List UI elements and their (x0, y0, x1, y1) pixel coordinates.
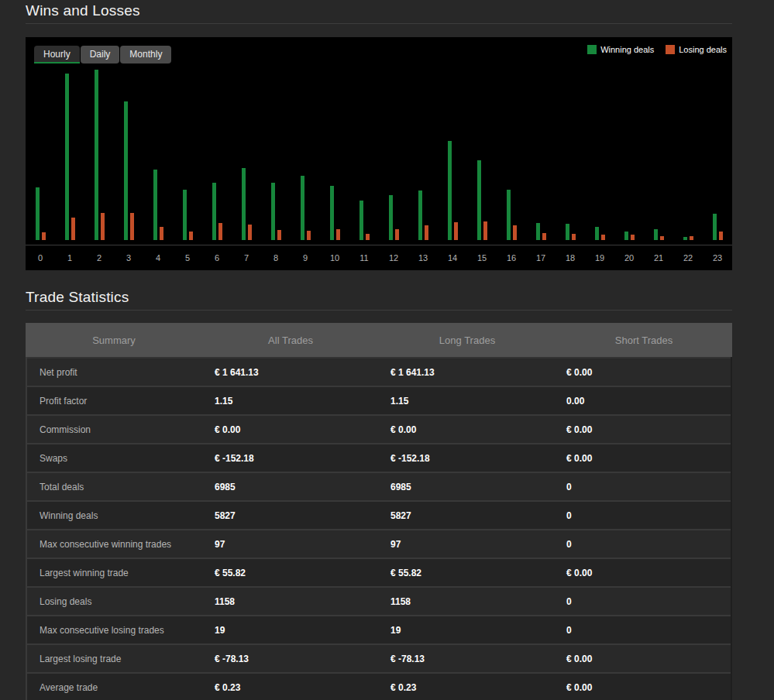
winning-bar (359, 201, 363, 240)
losing-bar (248, 225, 252, 240)
long-trades-value: € 1 641.13 (379, 367, 555, 378)
row-label: Largest losing trade (27, 654, 203, 664)
x-axis-label: 9 (291, 253, 320, 262)
table-row: Net profit€ 1 641.13€ 1 641.13€ 0.00 (27, 357, 731, 386)
table-row: Losing deals115811580 (27, 586, 731, 615)
x-axis-label: 1 (55, 253, 84, 262)
x-axis-label: 5 (173, 253, 202, 262)
losing-bar (277, 230, 281, 240)
losing-bar (454, 222, 458, 240)
long-trades-value: 6985 (379, 482, 555, 492)
losing-bar (572, 234, 576, 240)
x-axis-label: 11 (349, 253, 379, 262)
x-axis-line (26, 245, 732, 245)
table-row: Largest winning trade€ 55.82€ 55.82€ 0.0… (27, 558, 731, 586)
x-axis-label: 16 (497, 253, 526, 262)
all-trades-value: 1.15 (203, 396, 379, 407)
table-row: Total deals698569850 (27, 472, 731, 500)
tab-daily[interactable]: Daily (81, 46, 120, 63)
winning-bar (36, 187, 40, 240)
winning-bar (713, 214, 717, 240)
x-axis-label: 10 (320, 253, 349, 262)
table-header-cell: All Trades (202, 335, 379, 346)
losing-bar (719, 232, 723, 240)
losing-bar (130, 213, 134, 240)
table-header-cell: Short Trades (556, 335, 732, 346)
winning-bar (683, 237, 687, 240)
section-divider (26, 23, 732, 24)
winning-bar (477, 160, 481, 240)
wins-losses-title: Wins and Losses (26, 0, 732, 20)
winning-bar (330, 186, 334, 240)
table-body: Net profit€ 1 641.13€ 1 641.13€ 0.00Prof… (26, 357, 732, 700)
tab-monthly[interactable]: Monthly (120, 46, 171, 63)
losing-bar (542, 233, 546, 240)
x-axis-label: 8 (261, 253, 291, 262)
short-trades-value: € 0.00 (555, 453, 731, 464)
x-axis-label: 12 (379, 253, 408, 262)
x-axis-label: 0 (26, 253, 55, 262)
short-trades-value: € 0.00 (555, 654, 731, 664)
x-axis-label: 7 (232, 253, 261, 262)
long-trades-value: € 0.23 (379, 682, 555, 693)
tab-hourly[interactable]: Hourly (34, 46, 80, 63)
all-trades-value: € 0.23 (203, 682, 379, 693)
report-content: Wins and Losses 012345678910111213141516… (26, 0, 732, 700)
all-trades-value: 19 (203, 625, 379, 636)
legend-item[interactable]: Losing deals (666, 45, 727, 54)
long-trades-value: € -152.18 (379, 453, 555, 464)
winning-bar (183, 190, 187, 240)
table-header-cell: Long Trades (379, 335, 556, 346)
all-trades-value: 97 (203, 539, 379, 550)
row-label: Total deals (27, 482, 203, 492)
short-trades-value: € 0.00 (555, 367, 731, 378)
all-trades-value: 1158 (203, 596, 379, 607)
row-label: Largest winning trade (27, 568, 203, 578)
section-divider (26, 310, 732, 311)
wins-losses-chart-panel: 01234567891011121314151617181920212223 H… (26, 37, 732, 270)
short-trades-value: € 0.00 (555, 682, 731, 693)
trade-statistics-table: SummaryAll TradesLong TradesShort Trades… (26, 323, 732, 700)
x-axis-label: 20 (614, 253, 644, 262)
x-axis-label: 4 (143, 253, 173, 262)
all-trades-value: € 0.00 (203, 424, 379, 435)
short-trades-value: € 0.00 (555, 424, 731, 435)
x-axis-label: 21 (644, 253, 673, 262)
row-label: Net profit (27, 367, 203, 378)
table-row: Max consecutive losing trades19190 (27, 615, 731, 643)
long-trades-value: 1158 (379, 596, 555, 607)
losing-bar (101, 213, 105, 240)
losing-bar (42, 232, 46, 240)
losing-bar (366, 234, 370, 240)
short-trades-value: 0 (555, 596, 731, 607)
legend-swatch (666, 45, 675, 54)
winning-bar (242, 168, 246, 240)
x-axis-label: 19 (585, 253, 614, 262)
losing-bar (660, 236, 664, 240)
long-trades-value: 97 (379, 539, 555, 550)
losing-bar (395, 229, 399, 240)
short-trades-value: 0 (555, 482, 731, 492)
table-header-row: SummaryAll TradesLong TradesShort Trades (26, 323, 732, 357)
row-label: Average trade (27, 682, 203, 693)
winning-bar (389, 195, 393, 240)
row-label: Commission (27, 424, 203, 435)
long-trades-value: € 55.82 (379, 568, 555, 578)
all-trades-value: € 1 641.13 (203, 367, 379, 378)
losing-bar (601, 235, 605, 240)
x-axis-label: 15 (467, 253, 497, 262)
losing-bar (425, 225, 428, 240)
losing-bar (690, 236, 693, 240)
table-row: Commission€ 0.00€ 0.00€ 0.00 (27, 414, 731, 443)
table-row: Swaps€ -152.18€ -152.18€ 0.00 (27, 443, 731, 472)
long-trades-value: € 0.00 (379, 424, 555, 435)
winning-bar (536, 223, 540, 240)
x-axis-label: 6 (202, 253, 232, 262)
winning-bar (301, 176, 304, 240)
table-row: Winning deals582758270 (27, 500, 731, 529)
x-axis-label: 14 (438, 253, 467, 262)
long-trades-value: 5827 (379, 510, 555, 521)
row-label: Swaps (27, 453, 203, 464)
legend-item[interactable]: Winning deals (587, 45, 654, 54)
long-trades-value: € -78.13 (379, 654, 555, 664)
